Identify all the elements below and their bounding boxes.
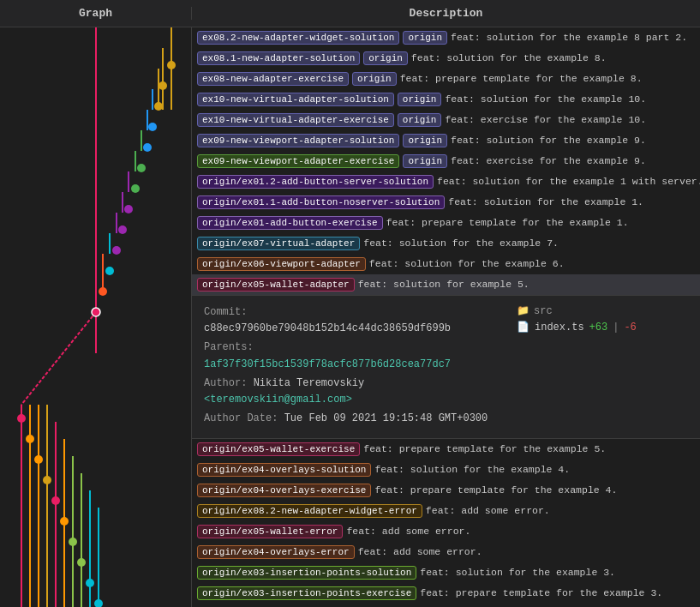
commit-row[interactable]: origin/ex04-overlays-exercise feat: prep… <box>192 480 700 501</box>
commit-msg: feat: solution for the example 7. <box>363 237 559 249</box>
detail-commit: Commit: c88ec97960be79048b152b14c44dc386… <box>204 304 500 337</box>
commit-msg: feat: exercise for the example 9. <box>451 155 646 166</box>
branch-tag: origin/ex04-overlays-exercise <box>197 484 371 497</box>
branch-tag: origin/ex04-overlays-solution <box>197 463 371 477</box>
origin-tag: origin <box>363 51 408 65</box>
commit-msg: feat: add some error. <box>358 546 482 557</box>
commit-row[interactable]: origin/ex02-state-machine-solution feat:… <box>192 604 700 607</box>
svg-point-41 <box>43 476 51 484</box>
svg-point-20 <box>131 184 140 193</box>
header: Graph Description <box>0 0 700 27</box>
commit-row[interactable]: ex09-new-viewport-adapter-solution origi… <box>192 130 700 151</box>
svg-point-38 <box>17 414 26 423</box>
svg-point-40 <box>34 455 43 464</box>
commit-label: Commit: <box>204 306 247 318</box>
app-container: Graph Description <box>0 0 700 607</box>
commit-row[interactable]: origin/ex06-viewport-adapter feat: solut… <box>192 254 700 274</box>
commit-row[interactable]: origin/ex05-wallet-exercise feat: prepar… <box>192 439 700 460</box>
file-name: index.ts <box>535 322 584 334</box>
commit-row[interactable]: origin/ex08.2-new-adapter-widget-error f… <box>192 501 700 521</box>
desc-header: Description <box>192 7 700 20</box>
svg-point-15 <box>159 81 167 90</box>
graph-column <box>0 27 192 607</box>
detail-right: 📁 src 📄 index.ts +63 | -6 <box>517 304 688 430</box>
commit-row[interactable]: origin/ex07-virtual-adapter feat: soluti… <box>192 233 700 254</box>
commit-msg: feat: prepare template for the example 4… <box>374 484 617 496</box>
author-email-link[interactable]: <teremovskiin@gmail.com> <box>204 394 352 406</box>
svg-point-23 <box>112 246 121 255</box>
origin-tag: origin <box>403 134 447 147</box>
commit-msg: feat: prepare template for the example 8… <box>400 73 643 84</box>
origin-tag: origin <box>403 154 447 168</box>
commit-row[interactable]: origin/ex01.1-add-button-noserver-soluti… <box>192 192 700 213</box>
branch-tag: ex08-new-adapter-exercise <box>197 72 349 86</box>
branch-tag: origin/ex01.1-add-button-noserver-soluti… <box>197 195 445 209</box>
branch-tag: origin/ex03-insertion-points-solution <box>197 566 416 580</box>
svg-point-17 <box>148 123 157 131</box>
author-label: Author: <box>204 377 247 389</box>
commits-top-list: ex08.2-new-adapter-widget-solution origi… <box>192 27 700 295</box>
svg-point-42 <box>51 496 60 505</box>
branch-tag: origin/ex06-viewport-adapter <box>197 257 366 271</box>
commit-row[interactable]: origin/ex01-add-button-exercise feat: pr… <box>192 213 700 233</box>
branch-tag: origin/ex01.2-add-button-server-solution <box>197 175 434 189</box>
commit-row[interactable]: origin/ex01.2-add-button-server-solution… <box>192 171 700 192</box>
commit-msg: feat: exercise for the example 10. <box>445 114 646 125</box>
commit-row[interactable]: ex08-new-adapter-exercise origin feat: p… <box>192 69 700 89</box>
branch-tag: origin/ex01-add-button-exercise <box>197 216 383 230</box>
lines-added: +63 <box>589 322 608 334</box>
graph-svg <box>0 27 192 607</box>
branch-tag: ex08.2-new-adapter-widget-solution <box>197 31 399 45</box>
branch-tag: ex08.1-new-adapter-solution <box>197 51 360 65</box>
branch-tag: origin/ex08.2-new-adapter-widget-error <box>197 504 422 518</box>
commit-row-selected[interactable]: origin/ex05-wallet-adapter feat: solutio… <box>192 274 700 295</box>
origin-tag: origin <box>398 93 442 106</box>
commit-msg: feat: prepare template for the example 3… <box>420 587 662 598</box>
branch-tag: origin/ex04-overlays-error <box>197 545 355 559</box>
folder-name: src <box>534 305 553 317</box>
branch-tag: origin/ex05-wallet-exercise <box>197 442 360 456</box>
svg-point-47 <box>94 599 103 607</box>
svg-point-14 <box>167 61 176 69</box>
svg-point-45 <box>77 558 86 567</box>
origin-tag: origin <box>403 31 447 45</box>
commit-row[interactable]: origin/ex05-wallet-error feat: add some … <box>192 521 700 542</box>
svg-line-37 <box>21 312 96 405</box>
commit-msg: feat: solution for the example 1. <box>448 196 643 207</box>
commit-msg: feat: solution for the example 3. <box>420 567 615 578</box>
graph-header: Graph <box>0 7 192 20</box>
commit-msg: feat: solution for the example 10. <box>445 93 646 105</box>
parents-hash-link[interactable]: 1af37f30f15bc1539f78acfc877b6d28cea77dc7 <box>204 358 451 370</box>
commit-row[interactable]: origin/ex03-insertion-points-solution fe… <box>192 562 700 583</box>
commit-row[interactable]: ex08.1-new-adapter-solution origin feat:… <box>192 48 700 69</box>
commit-row[interactable]: ex08.2-new-adapter-widget-solution origi… <box>192 27 700 48</box>
commit-msg: feat: prepare template for the example 1… <box>386 217 629 228</box>
commit-row[interactable]: origin/ex04-overlays-error feat: add som… <box>192 542 700 562</box>
author-name: Nikita Teremovskiy <box>254 377 365 389</box>
commit-msg: feat: solution for the example 1 with se… <box>437 176 700 187</box>
branch-tag: origin/ex05-wallet-adapter <box>197 278 355 291</box>
author-date-val: Tue Feb 09 2021 19:15:48 GMT+0300 <box>284 412 488 424</box>
svg-point-43 <box>60 517 69 526</box>
folder-entry: 📁 src <box>517 304 688 317</box>
svg-point-19 <box>137 164 146 172</box>
detail-left: Commit: c88ec97960be79048b152b14c44dc386… <box>204 304 500 430</box>
branch-tag: ex09-new-viewport-adapter-exercise <box>197 154 399 168</box>
svg-point-44 <box>69 538 77 546</box>
author-date-label: Author Date: <box>204 412 278 424</box>
commit-row[interactable]: ex10-new-virtual-adapter-solution origin… <box>192 89 700 110</box>
origin-tag: origin <box>352 72 397 86</box>
commit-row[interactable]: ex10-new-virtual-adapter-exercise origin… <box>192 110 700 130</box>
commit-hash: c88ec97960be79048b152b14c44dc38659df699b <box>204 322 451 334</box>
commit-row[interactable]: origin/ex03-insertion-points-exercise fe… <box>192 583 700 604</box>
svg-point-24 <box>105 267 114 275</box>
folder-icon: 📁 <box>517 304 529 317</box>
commit-row[interactable]: origin/ex04-overlays-solution feat: solu… <box>192 460 700 480</box>
file-entry: 📄 index.ts +63 | -6 <box>517 321 688 334</box>
detail-panel: Commit: c88ec97960be79048b152b14c44dc386… <box>192 295 700 439</box>
commit-msg: feat: solution for the example 6. <box>369 258 565 269</box>
separator: | <box>613 322 619 334</box>
branch-tag: ex10-new-virtual-adapter-exercise <box>197 113 394 127</box>
svg-point-46 <box>86 579 94 587</box>
commit-row[interactable]: ex09-new-viewport-adapter-exercise origi… <box>192 151 700 171</box>
